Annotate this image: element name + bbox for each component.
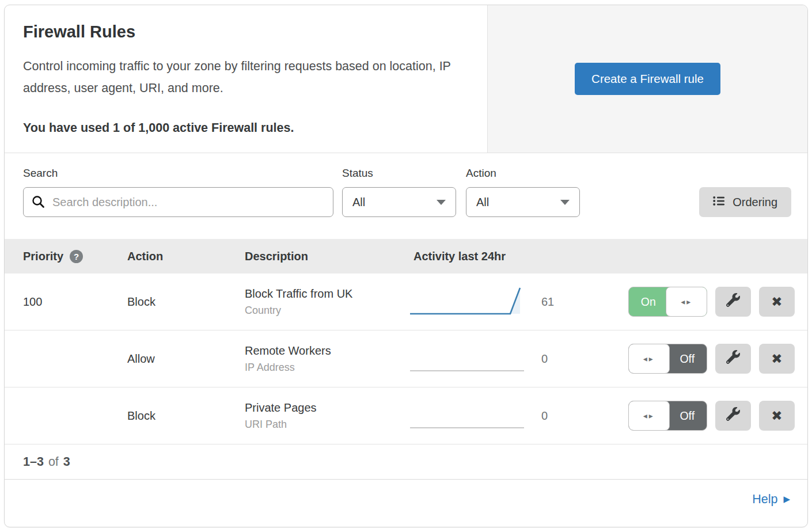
toggle-off-label: Off (668, 344, 707, 373)
rule-name: Block Traffic from UK (245, 287, 403, 301)
priority-help-icon[interactable]: ? (70, 250, 83, 263)
chevron-down-icon (437, 200, 446, 205)
rule-type: Country (245, 305, 403, 317)
help-link[interactable]: Help ▶ (752, 492, 790, 507)
pagination-range: 1–3 (23, 455, 44, 469)
ordering-button-label: Ordering (733, 196, 777, 209)
column-priority: Priority (23, 250, 63, 263)
pagination-total: 3 (63, 455, 70, 469)
page-description: Control incoming traffic to your zone by… (23, 55, 466, 99)
search-group: Search (23, 167, 333, 217)
activity-count: 0 (532, 352, 580, 366)
chevron-down-icon (560, 200, 570, 205)
rule-name: Private Pages (245, 401, 403, 415)
delete-rule-button[interactable]: ✖ (759, 287, 795, 317)
table-row: 100 Block Block Traffic from UK Country … (5, 273, 807, 330)
rule-enabled-toggle[interactable]: On ◂▸ (628, 287, 707, 317)
filter-bar: Search Status All Action All (5, 153, 807, 239)
toggle-off-label: Off (668, 401, 707, 430)
rule-name: Remote Workers (245, 344, 403, 358)
action-selected-value: All (476, 196, 489, 209)
action-filter-group: Action All (466, 167, 580, 217)
rule-action: Block (127, 409, 245, 423)
column-activity: Activity last 24hr (403, 250, 532, 263)
wrench-icon (726, 350, 740, 367)
search-input[interactable] (23, 187, 333, 217)
header-action-panel: Create a Firewall rule (487, 5, 807, 153)
delete-rule-button[interactable]: ✖ (759, 401, 795, 431)
rule-action: Allow (127, 352, 245, 366)
search-icon (32, 195, 45, 211)
ordering-button[interactable]: Ordering (699, 187, 791, 217)
table-row: Allow Remote Workers IP Address 0 ◂▸ Off (5, 330, 807, 387)
drag-handle-icon[interactable]: ◂▸ (628, 344, 670, 374)
edit-rule-button[interactable] (715, 287, 751, 317)
status-selected-value: All (352, 196, 365, 209)
close-icon: ✖ (771, 294, 782, 310)
edit-rule-button[interactable] (715, 344, 751, 374)
activity-sparkline (403, 398, 532, 434)
wrench-icon (726, 407, 740, 424)
action-label: Action (466, 167, 580, 180)
firewall-rules-panel: Firewall Rules Control incoming traffic … (4, 5, 808, 527)
table-row: Block Private Pages URI Path 0 ◂▸ Off (5, 387, 807, 444)
edit-rule-button[interactable] (715, 401, 751, 431)
close-icon: ✖ (771, 408, 782, 424)
close-icon: ✖ (771, 351, 782, 367)
rule-type: URI Path (245, 419, 403, 431)
usage-note: You have used 1 of 1,000 active Firewall… (23, 121, 469, 135)
wrench-icon (726, 293, 740, 310)
status-select[interactable]: All (342, 187, 456, 217)
help-link-label: Help (752, 492, 777, 507)
pagination-of: of (48, 455, 59, 469)
status-filter-group: Status All (342, 167, 456, 217)
status-label: Status (342, 167, 456, 180)
delete-rule-button[interactable]: ✖ (759, 344, 795, 374)
drag-handle-icon[interactable]: ◂▸ (628, 401, 670, 431)
search-label: Search (23, 167, 333, 180)
help-footer: Help ▶ (5, 480, 807, 519)
activity-sparkline (403, 341, 532, 377)
create-firewall-rule-button[interactable]: Create a Firewall rule (575, 63, 720, 95)
action-select[interactable]: All (466, 187, 580, 217)
activity-count: 61 (532, 295, 580, 309)
ordering-list-icon (713, 196, 725, 209)
table-header-row: Priority ? Action Description Activity l… (5, 239, 807, 273)
header-section: Firewall Rules Control incoming traffic … (5, 5, 807, 153)
header-text-block: Firewall Rules Control incoming traffic … (5, 5, 487, 153)
activity-count: 0 (532, 409, 580, 423)
rule-enabled-toggle[interactable]: ◂▸ Off (628, 344, 707, 374)
column-description: Description (245, 250, 403, 263)
page-title: Firewall Rules (23, 22, 469, 41)
rule-priority: 100 (5, 295, 127, 309)
pagination-summary: 1–3 of 3 (5, 444, 807, 480)
rule-enabled-toggle[interactable]: ◂▸ Off (628, 401, 707, 431)
toggle-on-label: On (629, 287, 668, 316)
column-action: Action (127, 250, 245, 263)
drag-handle-icon[interactable]: ◂▸ (666, 287, 707, 317)
rule-action: Block (127, 295, 245, 309)
activity-sparkline (403, 284, 532, 320)
rule-type: IP Address (245, 362, 403, 374)
help-arrow-icon: ▶ (783, 494, 790, 504)
